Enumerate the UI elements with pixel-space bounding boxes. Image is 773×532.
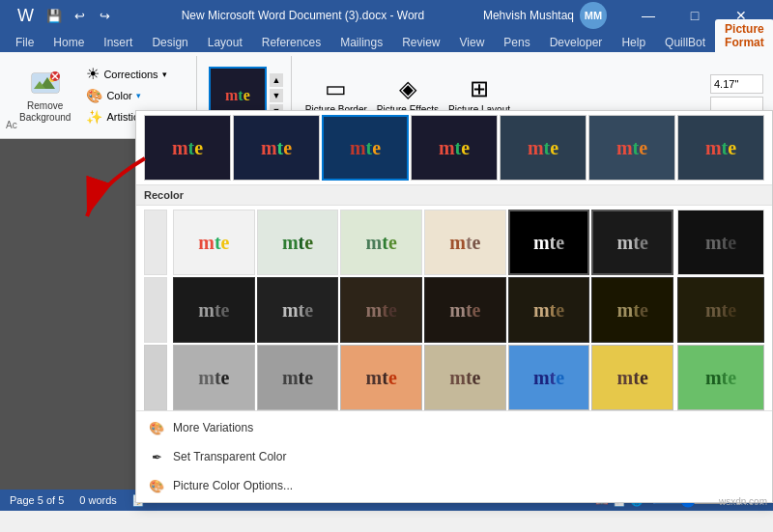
recolor-r3-c2[interactable]: mte — [257, 345, 339, 410]
corrections-dropdown-icon[interactable]: ▾ — [162, 70, 167, 79]
picture-color-options-item[interactable]: 🎨 Picture Color Options... — [136, 471, 772, 500]
border-icon: ▭ — [325, 75, 347, 102]
color-dropdown-panel: mte mte mte mte mte mte mt — [135, 110, 773, 503]
recolor-row-3: mte mte mte mte mte mte — [173, 345, 673, 410]
recolor-row-3-container: mte mte mte mte mte mte mte — [136, 343, 772, 410]
picture-border-btn[interactable]: ▭ Picture Border — [305, 75, 367, 115]
recolor-gutter — [144, 210, 167, 275]
watermark: wsxdn.com — [719, 496, 767, 507]
tab-references[interactable]: References — [252, 33, 330, 52]
recolor-r3-c5[interactable]: mte — [508, 345, 590, 410]
color-panel-bottom-menu: 🎨 More Variations ✒ Set Transparent Colo… — [136, 410, 772, 502]
set-transparent-label: Set Transparent Color — [173, 450, 286, 463]
corrections-label: Corrections — [103, 69, 157, 80]
recolor-r1-c7[interactable]: mte — [677, 210, 764, 275]
tab-pens[interactable]: Pens — [494, 33, 539, 52]
height-input[interactable] — [710, 74, 763, 94]
no-recolor-card-5[interactable]: mte — [500, 115, 587, 181]
tab-help[interactable]: Help — [612, 33, 655, 52]
more-variations-icon: 🎨 — [148, 419, 165, 436]
color-label: Color — [106, 90, 131, 101]
window-title: New Microsoft Word Document (3).docx - W… — [123, 9, 483, 22]
save-icon[interactable]: 💾 — [43, 5, 65, 26]
tab-home[interactable]: Home — [43, 33, 94, 52]
recolor-r1-c4[interactable]: mte — [424, 210, 506, 275]
avatar[interactable]: MM — [580, 2, 607, 29]
recolor-r2-c1[interactable]: mte — [173, 277, 255, 343]
more-variations-label: More Variations — [173, 421, 253, 434]
no-recolor-card-3-selected[interactable]: mte — [322, 115, 409, 181]
recolor-r3-c6[interactable]: mte — [591, 345, 673, 410]
recolor-r2-c5[interactable]: mte — [508, 277, 590, 343]
no-recolor-card-4[interactable]: mte — [411, 115, 498, 181]
recolor-r3-c4[interactable]: mte — [424, 345, 506, 410]
tab-quillbot[interactable]: QuillBot — [655, 33, 715, 52]
recolor-row-1: mte mte mte mte mte mte — [173, 210, 673, 275]
recolor-gutter-2 — [144, 277, 167, 343]
username: Mehvish Mushtaq — [483, 9, 574, 22]
page-count: Page 5 of 5 — [10, 494, 64, 506]
recolor-section-label: Recolor — [136, 184, 772, 206]
recolor-gutter-3 — [144, 345, 167, 410]
adjust-group-label: Ac — [6, 120, 17, 132]
recolor-r2-c7[interactable]: mte — [677, 277, 764, 343]
set-transparent-item[interactable]: ✒ Set Transparent Color — [136, 442, 772, 471]
recolor-r2-c6[interactable]: mte — [591, 277, 673, 343]
undo-icon[interactable]: ↩ — [69, 5, 90, 26]
recolor-row-2: mte mte mte mte mte mte — [173, 277, 673, 343]
corrections-button[interactable]: ☀ Corrections ▾ — [80, 64, 187, 85]
color-icon: 🎨 — [86, 88, 102, 103]
recolor-row-2-container: mte mte mte mte mte mte mte — [136, 275, 772, 343]
recolor-r1-c1[interactable]: mte — [173, 210, 255, 275]
no-recolor-card-7[interactable]: mte — [677, 115, 764, 181]
recolor-r1-c6-highlighted[interactable]: mte — [591, 210, 673, 275]
tab-view[interactable]: View — [450, 33, 495, 52]
color-dropdown-icon[interactable]: ▾ — [136, 91, 141, 100]
tab-insert[interactable]: Insert — [94, 33, 142, 52]
quick-access-toolbar: W 💾 ↩ ↪ — [10, 5, 123, 26]
recolor-r1-c5-highlighted[interactable]: mte — [508, 210, 590, 275]
no-recolor-card-2[interactable]: mte — [233, 115, 320, 181]
remove-bg-icon — [30, 68, 61, 98]
ribbon-content: RemoveBackground ☀ Corrections ▾ 🎨 Color… — [0, 52, 773, 139]
recolor-r3-c3[interactable]: mte — [340, 345, 422, 410]
recolor-r1-c3[interactable]: mte — [340, 210, 422, 275]
corrections-icon: ☀ — [86, 65, 100, 83]
tab-layout[interactable]: Layout — [198, 33, 252, 52]
picture-effects-btn[interactable]: ◈ Picture Effects — [377, 75, 439, 115]
no-recolor-card-1[interactable]: mte — [144, 115, 231, 181]
minimize-button[interactable]: — — [626, 0, 671, 31]
ribbon-tabs: File Home Insert Design Layout Reference… — [0, 31, 773, 52]
recolor-r3-c7[interactable]: mte — [677, 345, 764, 410]
remove-background-button[interactable]: RemoveBackground — [14, 64, 76, 127]
maximize-button[interactable]: □ — [673, 0, 717, 31]
color-button[interactable]: 🎨 Color ▾ — [80, 85, 187, 106]
tab-mailings[interactable]: Mailings — [330, 33, 392, 52]
style-up-btn[interactable]: ▲ — [270, 73, 283, 87]
title-bar: W 💾 ↩ ↪ New Microsoft Word Document (3).… — [0, 0, 773, 31]
picture-color-options-icon: 🎨 — [148, 477, 165, 494]
tab-picture-format[interactable]: Picture Format — [715, 19, 773, 52]
tab-developer[interactable]: Developer — [540, 33, 613, 52]
set-transparent-icon: ✒ — [148, 448, 165, 465]
artistic-icon: ✨ — [86, 109, 102, 125]
no-recolor-row: mte mte mte mte mte mte mt — [136, 111, 772, 184]
layout-icon: ⊞ — [470, 75, 489, 102]
picture-layout-btn[interactable]: ⊞ Picture Layout — [448, 75, 510, 115]
recolor-row-1-container: mte mte mte mte mte mte mte — [136, 206, 772, 275]
recolor-r1-c2[interactable]: mte — [257, 210, 339, 275]
picture-color-options-label: Picture Color Options... — [173, 479, 293, 492]
recolor-r3-c1[interactable]: mte — [173, 345, 255, 410]
more-variations-item[interactable]: 🎨 More Variations — [136, 413, 772, 442]
tab-design[interactable]: Design — [142, 33, 197, 52]
redo-icon[interactable]: ↪ — [94, 5, 115, 26]
tab-review[interactable]: Review — [392, 33, 449, 52]
recolor-r2-c4[interactable]: mte — [424, 277, 506, 343]
recolor-r2-c3[interactable]: mte — [340, 277, 422, 343]
style-down-btn[interactable]: ▼ — [270, 89, 283, 102]
recolor-r2-c2[interactable]: mte — [257, 277, 339, 343]
effects-icon: ◈ — [399, 75, 416, 102]
word-count: 0 words — [79, 494, 117, 506]
no-recolor-card-6[interactable]: mte — [588, 115, 675, 181]
tab-file[interactable]: File — [6, 33, 43, 52]
